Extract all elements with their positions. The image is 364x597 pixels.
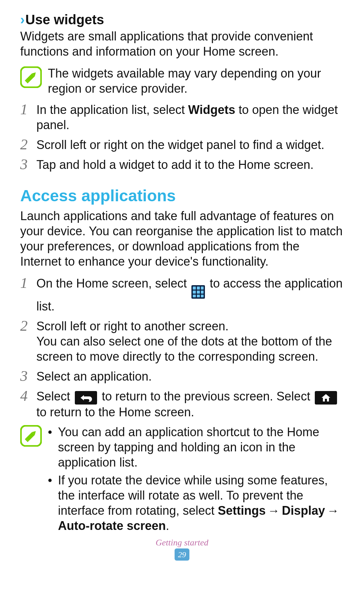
arrow-icon: → bbox=[325, 503, 341, 518]
text: to return to the previous screen. Select bbox=[98, 389, 313, 403]
bullet-dot: • bbox=[48, 473, 58, 488]
text: You can also select one of the dots at t… bbox=[36, 334, 344, 364]
step-body: Tap and hold a widget to add it to the H… bbox=[36, 157, 314, 172]
step-1: 1 In the application list, select Widget… bbox=[20, 102, 344, 132]
step-number: 2 bbox=[20, 319, 36, 333]
access-intro: Launch applications and take full advant… bbox=[20, 208, 344, 269]
bullet-text: You can add an application shortcut to t… bbox=[58, 424, 344, 470]
step-number: 2 bbox=[20, 137, 36, 152]
bold-text: Display bbox=[282, 504, 325, 517]
step-3: 3 Select an application. bbox=[20, 369, 344, 384]
note-widgets-vary: The widgets available may vary depending… bbox=[20, 66, 344, 96]
step-number: 4 bbox=[20, 389, 36, 404]
step-number: 3 bbox=[20, 369, 36, 384]
bullet-2: • If you rotate the device while using s… bbox=[48, 473, 344, 533]
bullet-1: • You can add an application shortcut to… bbox=[48, 424, 344, 470]
widgets-intro: Widgets are small applications that prov… bbox=[20, 29, 344, 59]
note-text: The widgets available may vary depending… bbox=[48, 66, 344, 96]
page-number-badge: 29 bbox=[175, 548, 189, 561]
step-4: 4 Select to return to the previous scree… bbox=[20, 389, 344, 420]
bold-text: Auto-rotate screen bbox=[58, 519, 166, 533]
step-body: In the application list, select Widgets … bbox=[36, 102, 344, 132]
access-steps: 1 On the Home screen, select to access t… bbox=[20, 276, 344, 420]
step-3: 3 Tap and hold a widget to add it to the… bbox=[20, 157, 344, 172]
widgets-steps: 1 In the application list, select Widget… bbox=[20, 102, 344, 172]
subheading-text: Use widgets bbox=[25, 12, 104, 27]
step-1: 1 On the Home screen, select to access t… bbox=[20, 276, 344, 314]
step-2: 2 Scroll left or right on the widget pan… bbox=[20, 137, 344, 152]
step-body: On the Home screen, select to access the… bbox=[36, 276, 344, 314]
step-body: Select an application. bbox=[36, 369, 152, 384]
step-body: Select to return to the previous screen.… bbox=[36, 389, 344, 420]
chevron-icon: › bbox=[20, 12, 25, 27]
apps-grid-icon bbox=[191, 285, 205, 299]
text: to return to the Home screen. bbox=[36, 405, 194, 419]
step-body: Scroll left or right on the widget panel… bbox=[36, 137, 325, 152]
home-key-icon bbox=[315, 391, 337, 405]
text: In the application list, select bbox=[36, 103, 188, 117]
step-body: Scroll left or right to another screen. … bbox=[36, 319, 344, 364]
subheading-use-widgets: ›Use widgets bbox=[20, 12, 344, 27]
note-pencil-icon bbox=[20, 66, 42, 88]
arrow-icon: → bbox=[266, 503, 282, 518]
bold-text: Widgets bbox=[188, 103, 235, 117]
note-access-tips: • You can add an application shortcut to… bbox=[20, 424, 344, 536]
text: . bbox=[166, 519, 169, 533]
step-number: 1 bbox=[20, 276, 36, 291]
note-pencil-icon bbox=[20, 425, 42, 447]
page-footer: Getting started 29 bbox=[0, 538, 364, 561]
heading-access-applications: Access applications bbox=[20, 186, 344, 205]
note-bullets: • You can add an application shortcut to… bbox=[48, 424, 344, 536]
back-key-icon bbox=[75, 391, 97, 405]
text: On the Home screen, select bbox=[36, 276, 190, 290]
manual-page: ›Use widgets Widgets are small applicati… bbox=[0, 0, 364, 597]
step-2: 2 Scroll left or right to another screen… bbox=[20, 319, 344, 364]
text: Select bbox=[36, 389, 73, 403]
footer-section-title: Getting started bbox=[0, 538, 364, 548]
text: Scroll left or right to another screen. bbox=[36, 319, 344, 334]
step-number: 1 bbox=[20, 102, 36, 117]
bullet-text: If you rotate the device while using som… bbox=[58, 473, 344, 533]
step-number: 3 bbox=[20, 157, 36, 172]
bullet-dot: • bbox=[48, 424, 58, 440]
bold-text: Settings bbox=[218, 504, 266, 517]
